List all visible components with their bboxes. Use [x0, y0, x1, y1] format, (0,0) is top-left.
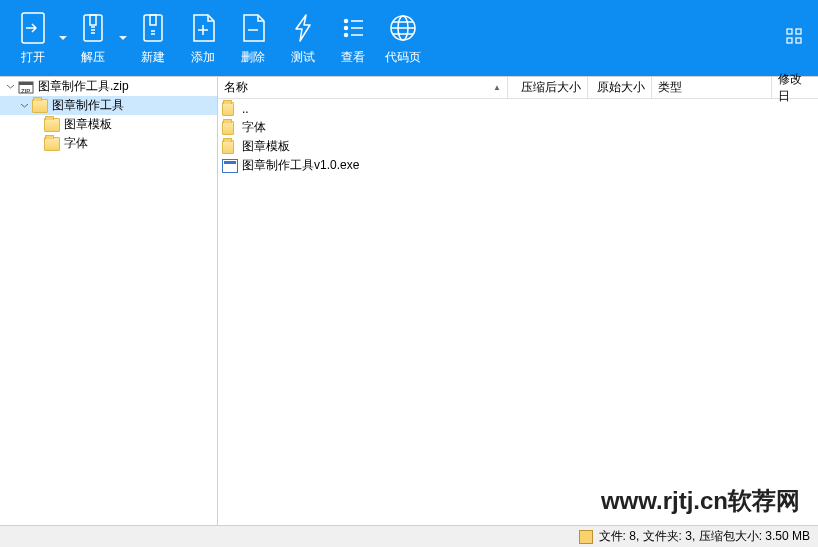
tree-item[interactable]: 图章制作工具: [0, 96, 217, 115]
svg-rect-4: [150, 15, 156, 25]
statusbar: 文件: 8, 文件夹: 3, 压缩包大小: 3.50 MB: [0, 525, 818, 547]
view-label: 查看: [341, 49, 365, 66]
svg-rect-13: [796, 38, 801, 43]
svg-rect-12: [787, 38, 792, 43]
tree-root-label: 图章制作工具.zip: [38, 78, 129, 95]
status-text: 文件: 8, 文件夹: 3, 压缩包大小: 3.50 MB: [599, 528, 810, 545]
delete-button[interactable]: 删除: [228, 3, 278, 73]
collapse-icon[interactable]: [4, 81, 16, 93]
tree-item-label: 图章模板: [64, 116, 112, 133]
folder-icon: [222, 139, 238, 155]
col-packed[interactable]: 压缩后大小: [508, 77, 588, 98]
tree-item[interactable]: 图章模板: [0, 115, 217, 134]
svg-point-6: [345, 26, 348, 29]
sort-asc-icon: ▲: [493, 83, 501, 92]
codepage-button[interactable]: 代码页: [378, 3, 428, 73]
svg-rect-11: [796, 29, 801, 34]
row-name: 图章制作工具v1.0.exe: [242, 157, 359, 174]
exe-icon: [222, 158, 238, 174]
extract-label: 解压: [81, 49, 105, 66]
folder-icon: [32, 99, 48, 113]
tree-root[interactable]: ZIP 图章制作工具.zip: [0, 77, 217, 96]
delete-label: 删除: [241, 49, 265, 66]
list-row-up[interactable]: ..: [218, 99, 818, 118]
list-row[interactable]: 字体: [218, 118, 818, 137]
tree-item[interactable]: 字体: [0, 134, 217, 153]
open-label: 打开: [21, 49, 45, 66]
tree-item-label: 图章制作工具: [52, 97, 124, 114]
svg-rect-2: [90, 15, 96, 25]
svg-rect-1: [84, 15, 102, 41]
add-label: 添加: [191, 49, 215, 66]
svg-point-5: [345, 19, 348, 22]
col-modified[interactable]: 修改日: [772, 77, 818, 98]
list-body: .. 字体 图章模板 图章制作工具v1.0.exe: [218, 99, 818, 525]
open-dropdown[interactable]: [58, 3, 68, 73]
view-button[interactable]: 查看: [328, 3, 378, 73]
list-row[interactable]: 图章模板: [218, 137, 818, 156]
test-button[interactable]: 测试: [278, 3, 328, 73]
svg-rect-15: [19, 82, 33, 85]
open-button[interactable]: 打开: [8, 3, 58, 73]
add-button[interactable]: 添加: [178, 3, 228, 73]
new-label: 新建: [141, 49, 165, 66]
zip-icon: ZIP: [18, 79, 34, 95]
col-type[interactable]: 类型: [652, 77, 772, 98]
col-original[interactable]: 原始大小: [588, 77, 652, 98]
extract-button[interactable]: 解压: [68, 3, 118, 73]
test-label: 测试: [291, 49, 315, 66]
svg-rect-10: [787, 29, 792, 34]
content-area: ZIP 图章制作工具.zip 图章制作工具 图章模板 字体 名称▲ 压缩后大小 …: [0, 76, 818, 525]
col-name[interactable]: 名称▲: [218, 77, 508, 98]
row-name: 图章模板: [242, 138, 290, 155]
tree-panel: ZIP 图章制作工具.zip 图章制作工具 图章模板 字体: [0, 77, 218, 525]
collapse-icon[interactable]: [18, 100, 30, 112]
folder-icon: [222, 120, 238, 136]
folder-icon: [44, 137, 60, 151]
svg-text:ZIP: ZIP: [21, 88, 30, 94]
row-name: 字体: [242, 119, 266, 136]
archive-icon: [579, 530, 593, 544]
list-row[interactable]: 图章制作工具v1.0.exe: [218, 156, 818, 175]
toolbar: 打开 解压 新建 添加 删除 测试 查看 代码页: [0, 0, 818, 76]
list-header: 名称▲ 压缩后大小 原始大小 类型 修改日: [218, 77, 818, 99]
new-button[interactable]: 新建: [128, 3, 178, 73]
tree-item-label: 字体: [64, 135, 88, 152]
folder-icon: [222, 101, 238, 117]
svg-point-7: [345, 33, 348, 36]
svg-rect-3: [144, 15, 162, 41]
layout-grid-icon[interactable]: [786, 28, 810, 48]
codepage-label: 代码页: [385, 49, 421, 66]
extract-dropdown[interactable]: [118, 3, 128, 73]
file-list-panel: 名称▲ 压缩后大小 原始大小 类型 修改日 .. 字体 图章模板 图章制作工具v…: [218, 77, 818, 525]
folder-icon: [44, 118, 60, 132]
row-name: ..: [242, 102, 249, 116]
